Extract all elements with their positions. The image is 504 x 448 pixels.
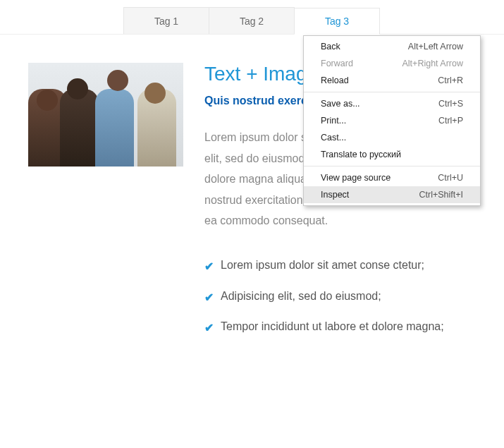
context-menu-item-cast[interactable]: Cast... [304, 129, 480, 146]
check-icon: ✔ [204, 258, 214, 276]
browser-context-menu: BackAlt+Left ArrowForwardAlt+Right Arrow… [303, 35, 481, 206]
context-menu-item-label: Forward [321, 59, 353, 68]
tab-tag1[interactable]: Tag 1 [123, 7, 209, 34]
context-menu-separator [304, 92, 480, 92]
context-menu-item-shortcut: Ctrl+U [438, 173, 463, 183]
context-menu-item-save-as[interactable]: Save as...Ctrl+S [304, 95, 480, 112]
context-menu-separator [304, 166, 480, 167]
list-item: ✔ Tempor incididunt ut labore et dolore … [204, 317, 476, 337]
list-item-text: Adipisicing elit, sed do eiusmod; [221, 287, 381, 305]
article-image [28, 63, 183, 167]
list-item-text: Tempor incididunt ut labore et dolore ma… [221, 317, 444, 336]
context-menu-item-label: Save as... [321, 99, 360, 109]
context-menu-item-label: Reload [321, 75, 349, 85]
context-menu-item-print[interactable]: Print...Ctrl+P [304, 112, 480, 129]
context-menu-item-shortcut: Ctrl+P [438, 116, 463, 126]
list-item: ✔ Lorem ipsum dolor sit amet conse ctetu… [204, 256, 476, 276]
context-menu-item-shortcut: Ctrl+Shift+I [419, 190, 463, 200]
context-menu-item-shortcut: Alt+Right Arrow [402, 59, 464, 68]
context-menu-item-label: Print... [321, 116, 346, 126]
context-menu-item-inspect[interactable]: InspectCtrl+Shift+I [304, 186, 480, 203]
context-menu-item-shortcut: Alt+Left Arrow [408, 42, 463, 52]
check-icon: ✔ [204, 289, 214, 307]
context-menu-item-label: Cast... [321, 133, 346, 143]
tab-tag2[interactable]: Tag 2 [209, 7, 295, 34]
context-menu-item-reload[interactable]: ReloadCtrl+R [304, 72, 480, 89]
context-menu-item-back[interactable]: BackAlt+Left Arrow [304, 38, 480, 55]
context-menu-item-shortcut: Ctrl+S [438, 99, 463, 109]
context-menu-item-translate-to[interactable]: Translate to русский [304, 146, 480, 163]
context-menu-item-label: View page source [321, 173, 391, 183]
context-menu-item-forward: ForwardAlt+Right Arrow [304, 55, 480, 72]
tab-tag3[interactable]: Tag 3 [294, 8, 380, 35]
tab-bar: Tag 1 Tag 2 Tag 3 [0, 0, 504, 35]
context-menu-item-shortcut: Ctrl+R [438, 75, 463, 85]
context-menu-item-view-page-source[interactable]: View page sourceCtrl+U [304, 169, 480, 186]
context-menu-item-label: Back [321, 42, 340, 52]
list-item-text: Lorem ipsum dolor sit amet conse ctetur; [221, 256, 424, 274]
context-menu-item-label: Translate to русский [321, 150, 401, 159]
context-menu-item-label: Inspect [321, 190, 349, 200]
check-icon: ✔ [204, 319, 214, 337]
bullet-list: ✔ Lorem ipsum dolor sit amet conse ctetu… [204, 256, 476, 337]
list-item: ✔ Adipisicing elit, sed do eiusmod; [204, 287, 476, 307]
